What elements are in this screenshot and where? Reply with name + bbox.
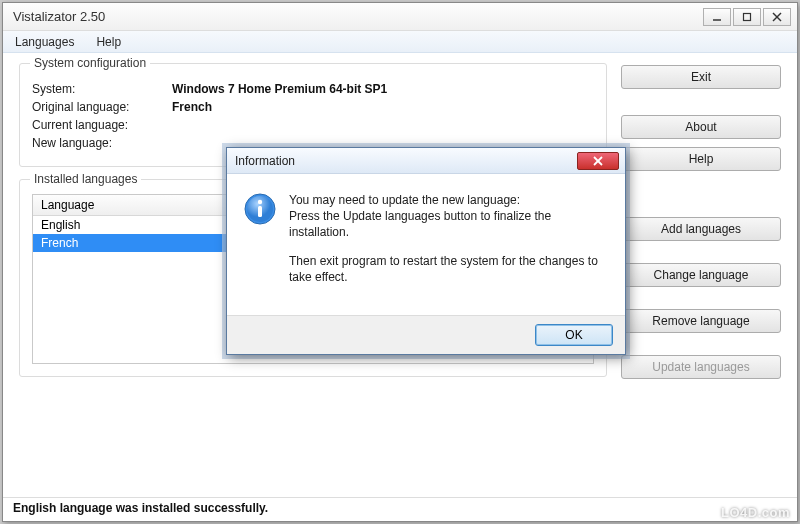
installed-legend: Installed languages <box>30 172 141 186</box>
add-languages-button[interactable]: Add languages <box>621 217 781 241</box>
status-bar: English language was installed successfu… <box>3 497 797 521</box>
dialog-para1: You may need to update the new language:… <box>289 192 607 241</box>
svg-rect-9 <box>258 206 262 217</box>
change-language-button[interactable]: Change language <box>621 263 781 287</box>
dialog-button-row: OK <box>227 315 625 354</box>
dialog-text: You may need to update the new language:… <box>289 192 607 297</box>
remove-language-button[interactable]: Remove language <box>621 309 781 333</box>
dialog-title: Information <box>233 154 577 168</box>
ok-button[interactable]: OK <box>535 324 613 346</box>
original-language-value: French <box>172 100 212 114</box>
svg-rect-1 <box>744 13 751 20</box>
system-label: System: <box>32 82 172 96</box>
menubar: Languages Help <box>3 31 797 53</box>
new-language-label: New language: <box>32 136 172 150</box>
maximize-button[interactable] <box>733 8 761 26</box>
about-button[interactable]: About <box>621 115 781 139</box>
dialog-titlebar: Information <box>227 148 625 174</box>
dialog-para2: Then exit program to restart the system … <box>289 253 607 285</box>
svg-point-8 <box>258 200 262 204</box>
system-value: Windows 7 Home Premium 64-bit SP1 <box>172 82 387 96</box>
menu-help[interactable]: Help <box>92 33 125 51</box>
information-dialog: Information You may need to update the n… <box>226 147 626 355</box>
right-buttons-column: Exit About Help Add languages Change lan… <box>621 63 781 389</box>
window-title: Vistalizator 2.50 <box>9 9 701 24</box>
help-button[interactable]: Help <box>621 147 781 171</box>
dialog-body: You may need to update the new language:… <box>227 174 625 315</box>
minimize-button[interactable] <box>703 8 731 26</box>
exit-button[interactable]: Exit <box>621 65 781 89</box>
dialog-close-button[interactable] <box>577 152 619 170</box>
original-language-label: Original language: <box>32 100 172 114</box>
close-button[interactable] <box>763 8 791 26</box>
menu-languages[interactable]: Languages <box>11 33 78 51</box>
status-text: English language was installed successfu… <box>13 501 268 515</box>
window-buttons <box>701 8 791 26</box>
sysconf-legend: System configuration <box>30 56 150 70</box>
info-icon <box>243 192 277 226</box>
current-language-label: Current language: <box>32 118 172 132</box>
titlebar: Vistalizator 2.50 <box>3 3 797 31</box>
update-languages-button[interactable]: Update languages <box>621 355 781 379</box>
